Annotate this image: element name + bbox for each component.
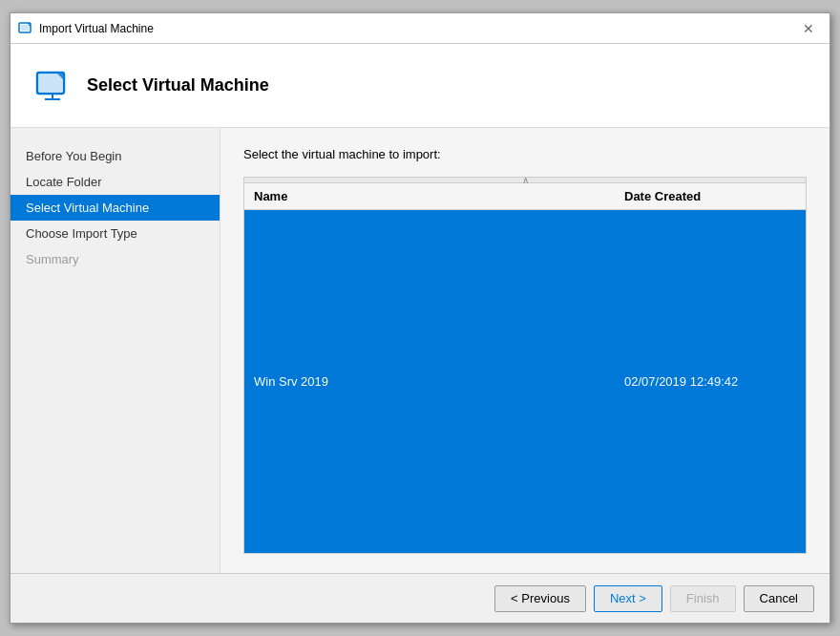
svg-rect-1 [21, 25, 29, 31]
instruction-text: Select the virtual machine to import: [243, 147, 807, 161]
dialog-header: Select Virtual Machine [10, 44, 830, 128]
sidebar: Before You BeginLocate FolderSelect Virt… [10, 128, 220, 573]
finish-button[interactable]: Finish [670, 585, 736, 612]
previous-button[interactable]: < Previous [494, 585, 586, 612]
vm-table-container: Name Date Created Win Srv 201902/07/2019… [243, 177, 807, 554]
vm-table-body: Win Srv 201902/07/2019 12:49:42 [244, 210, 806, 554]
table-row[interactable]: Win Srv 201902/07/2019 12:49:42 [244, 210, 806, 554]
sidebar-item-before-you-begin[interactable]: Before You Begin [10, 143, 220, 169]
sidebar-item-summary: Summary [10, 246, 220, 272]
sidebar-item-locate-folder[interactable]: Locate Folder [10, 169, 220, 195]
window-title: Import Virtual Machine [39, 22, 154, 35]
col-name: Name [244, 183, 615, 210]
col-date-created: Date Created [615, 183, 806, 210]
svg-rect-4 [39, 74, 62, 92]
table-header-row: Name Date Created [244, 183, 806, 210]
close-button[interactable]: ✕ [795, 18, 822, 39]
import-vm-dialog: Import Virtual Machine ✕ Select Virtual … [10, 12, 830, 624]
main-content: Select the virtual machine to import: Na… [220, 128, 830, 573]
page-title: Select Virtual Machine [87, 75, 269, 95]
vm-name-cell: Win Srv 2019 [244, 210, 615, 554]
next-button[interactable]: Next > [594, 585, 662, 612]
vm-table: Name Date Created Win Srv 201902/07/2019… [244, 183, 806, 553]
sidebar-item-select-virtual-machine[interactable]: Select Virtual Machine [10, 195, 220, 221]
content-area: Before You BeginLocate FolderSelect Virt… [10, 128, 830, 573]
footer: < Previous Next > Finish Cancel [10, 573, 830, 623]
vm-date-cell: 02/07/2019 12:49:42 [615, 210, 806, 554]
sidebar-item-choose-import-type[interactable]: Choose Import Type [10, 221, 220, 246]
title-bar: Import Virtual Machine ✕ [10, 13, 830, 44]
window-icon [18, 21, 33, 36]
vm-icon [33, 67, 72, 105]
cancel-button[interactable]: Cancel [744, 585, 814, 612]
